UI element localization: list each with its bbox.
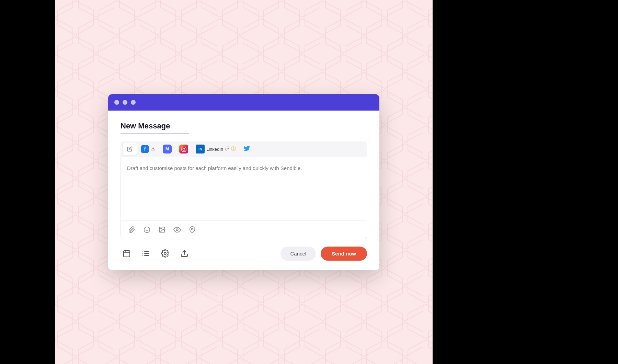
titlebar-dot-3	[131, 100, 136, 105]
message-area	[121, 157, 367, 239]
svg-point-24	[164, 252, 166, 254]
titlebar-dot-2	[123, 100, 127, 105]
pencil-icon	[126, 145, 134, 153]
tab-twitter[interactable]	[240, 143, 254, 155]
bottom-left-icons	[121, 247, 191, 260]
list-icon[interactable]	[140, 247, 152, 260]
tab-instagram[interactable]	[176, 143, 192, 155]
tab-linkedin[interactable]: in LinkedIn ⓘ	[192, 143, 239, 155]
meta-icon: M	[163, 145, 172, 153]
location-icon[interactable]	[187, 225, 197, 235]
twitter-icon	[243, 145, 250, 153]
tab-all[interactable]	[123, 143, 137, 155]
bottom-right-buttons: Cancel Send now	[281, 247, 367, 261]
cancel-button[interactable]: Cancel	[281, 247, 316, 261]
tab-meta[interactable]: M	[159, 143, 175, 155]
image-icon[interactable]	[157, 225, 167, 235]
linkedin-icon: in	[196, 145, 205, 153]
facebook-icon: f	[141, 145, 149, 153]
facebook-warning-icon: ⚠	[150, 147, 155, 151]
modal-body: New Message f ⚠	[108, 111, 379, 270]
modal-titlebar	[108, 94, 379, 111]
send-now-button[interactable]: Send now	[321, 247, 367, 261]
platform-tabs: f ⚠ M	[121, 141, 367, 157]
title-divider	[121, 133, 189, 134]
emoji-icon[interactable]	[142, 225, 152, 235]
svg-point-6	[185, 148, 185, 148]
svg-point-11	[161, 228, 162, 229]
svg-point-5	[183, 148, 185, 150]
message-input[interactable]	[121, 157, 367, 219]
linkedin-info-icon: ⓘ	[231, 146, 236, 152]
titlebar-dot-1	[114, 100, 119, 105]
svg-point-13	[192, 228, 193, 230]
compose-modal: New Message f ⚠	[108, 94, 379, 270]
linkedin-label: LinkedIn	[206, 147, 223, 152]
eye-icon[interactable]	[172, 225, 182, 235]
share-icon[interactable]	[178, 247, 191, 260]
settings-icon[interactable]	[159, 247, 171, 260]
linkedin-link-icon	[225, 146, 229, 152]
calendar-icon[interactable]	[121, 247, 133, 260]
bottom-bar: Cancel Send now	[121, 247, 367, 261]
tab-facebook[interactable]: f ⚠	[138, 143, 159, 155]
modal-title: New Message	[121, 122, 367, 130]
svg-rect-4	[182, 147, 186, 151]
svg-rect-14	[124, 251, 130, 257]
attachment-icon[interactable]	[127, 225, 137, 235]
instagram-icon	[179, 145, 188, 153]
svg-point-7	[144, 227, 150, 232]
svg-point-12	[176, 229, 178, 231]
message-toolbar	[121, 220, 367, 239]
